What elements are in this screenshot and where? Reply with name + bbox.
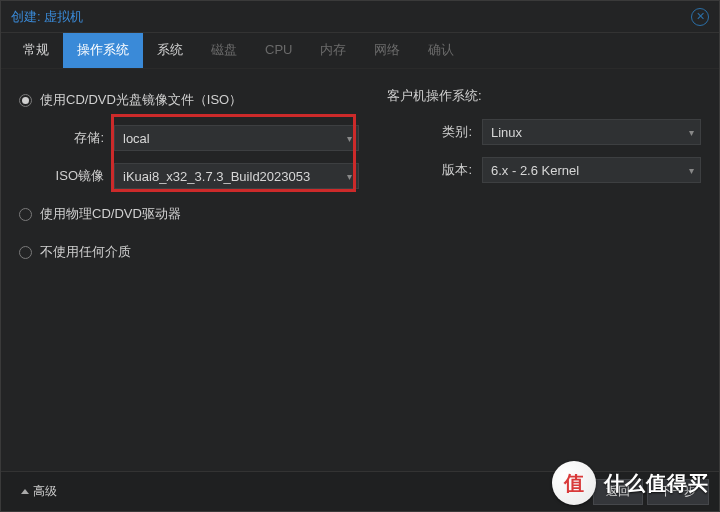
- back-label: 返回: [606, 483, 630, 500]
- guest-type-select[interactable]: Linux ▾: [482, 119, 701, 145]
- storage-label: 存储:: [19, 129, 114, 147]
- close-icon[interactable]: ✕: [691, 8, 709, 26]
- media-column: 使用CD/DVD光盘镜像文件（ISO） 存储: local ▾ ISO镜像 iK…: [19, 87, 359, 277]
- tab-general[interactable]: 常规: [9, 33, 63, 68]
- radio-use-none-label: 不使用任何介质: [40, 243, 131, 261]
- window-title: 创建: 虚拟机: [11, 8, 83, 26]
- tab-system[interactable]: 系统: [143, 33, 197, 68]
- storage-select[interactable]: local ▾: [114, 125, 359, 151]
- guest-version-value: 6.x - 2.6 Kernel: [491, 163, 579, 178]
- chevron-down-icon: ▾: [689, 127, 694, 138]
- tab-os[interactable]: 操作系统: [63, 33, 143, 68]
- iso-label: ISO镜像: [19, 167, 114, 185]
- guest-version-label: 版本:: [387, 161, 482, 179]
- create-vm-dialog: 创建: 虚拟机 ✕ 常规 操作系统 系统 磁盘 CPU 内存 网络 确认 使用C…: [0, 0, 720, 512]
- tab-cpu: CPU: [251, 33, 306, 68]
- radio-icon: [19, 246, 32, 259]
- dialog-footer: 高级 返回 下一步: [1, 471, 719, 511]
- next-label: 下一步: [660, 483, 696, 500]
- storage-value: local: [123, 131, 150, 146]
- chevron-down-icon: ▾: [689, 165, 694, 176]
- chevron-up-icon: [21, 489, 29, 494]
- tab-network: 网络: [360, 33, 414, 68]
- radio-use-physical[interactable]: 使用物理CD/DVD驱动器: [19, 205, 181, 223]
- guest-os-column: 客户机操作系统: 类别: Linux ▾ 版本: 6.x - 2.6 Kerne…: [387, 87, 701, 277]
- iso-select[interactable]: iKuai8_x32_3.7.3_Build2023053 ▾: [114, 163, 359, 189]
- guest-os-heading: 客户机操作系统:: [387, 87, 701, 105]
- iso-value: iKuai8_x32_3.7.3_Build2023053: [123, 169, 310, 184]
- back-button[interactable]: 返回: [593, 479, 643, 505]
- tab-memory: 内存: [306, 33, 360, 68]
- radio-icon: [19, 94, 32, 107]
- chevron-down-icon: ▾: [347, 171, 352, 182]
- advanced-label: 高级: [33, 483, 57, 500]
- tab-confirm: 确认: [414, 33, 468, 68]
- advanced-toggle[interactable]: 高级: [11, 483, 67, 500]
- chevron-down-icon: ▾: [347, 133, 352, 144]
- radio-use-physical-label: 使用物理CD/DVD驱动器: [40, 205, 181, 223]
- radio-use-iso[interactable]: 使用CD/DVD光盘镜像文件（ISO）: [19, 91, 242, 109]
- radio-icon: [19, 208, 32, 221]
- radio-use-none[interactable]: 不使用任何介质: [19, 243, 131, 261]
- titlebar: 创建: 虚拟机 ✕: [1, 1, 719, 33]
- tab-disk: 磁盘: [197, 33, 251, 68]
- wizard-tabs: 常规 操作系统 系统 磁盘 CPU 内存 网络 确认: [1, 33, 719, 69]
- dialog-body: 使用CD/DVD光盘镜像文件（ISO） 存储: local ▾ ISO镜像 iK…: [1, 69, 719, 511]
- next-button[interactable]: 下一步: [647, 479, 709, 505]
- guest-version-select[interactable]: 6.x - 2.6 Kernel ▾: [482, 157, 701, 183]
- guest-type-value: Linux: [491, 125, 522, 140]
- radio-use-iso-label: 使用CD/DVD光盘镜像文件（ISO）: [40, 91, 242, 109]
- guest-type-label: 类别:: [387, 123, 482, 141]
